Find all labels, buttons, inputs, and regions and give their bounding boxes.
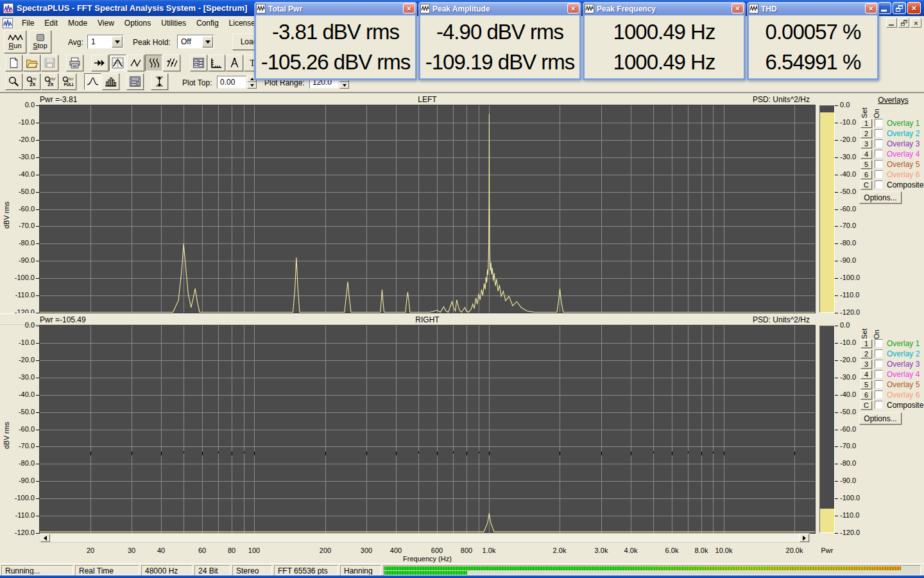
meter-window-title: THD	[761, 4, 777, 13]
zoom-out-full-button[interactable]: OUTFULL	[59, 73, 76, 90]
meter-value-right: 6.54991 %	[749, 47, 877, 77]
overlay-set-button-2[interactable]: 2	[860, 129, 872, 138]
waterfall-display-button[interactable]	[145, 55, 162, 71]
close-icon[interactable]: ×	[403, 3, 415, 13]
overlay-on-checkbox-1[interactable]	[875, 339, 883, 347]
mdi-minimize-button[interactable]	[886, 18, 897, 28]
plot-top-input[interactable]: 0.00	[217, 76, 246, 89]
meter-window-titlebar[interactable]: Peak Frequency×	[583, 2, 746, 15]
power-bar-tick-label: -60.0	[840, 425, 856, 433]
overlay-on-checkbox-6[interactable]	[875, 390, 883, 399]
overlay-on-checkbox-5[interactable]	[875, 160, 883, 168]
signal-generator-button[interactable]	[91, 55, 108, 71]
spectrum-plot-left[interactable]	[40, 105, 815, 313]
chevron-down-icon[interactable]	[112, 36, 123, 48]
close-icon[interactable]: ×	[865, 3, 877, 13]
overlay-set-button-6[interactable]: 6	[860, 390, 872, 399]
menu-item-utilities[interactable]: Utilities	[156, 17, 191, 29]
power-bar-tick-label: -110.0	[840, 291, 859, 299]
overlay-set-button-6[interactable]: 6	[860, 170, 872, 179]
close-icon[interactable]: ×	[567, 3, 579, 13]
menu-item-config[interactable]: Config	[191, 17, 224, 29]
close-icon[interactable]: ×	[732, 3, 744, 13]
meter-value-right: -109.19 dBV rms	[420, 47, 579, 77]
overlay-options-button[interactable]: Options...	[859, 191, 902, 204]
spectrum-document-icon	[3, 18, 13, 28]
open-file-button[interactable]	[23, 55, 40, 71]
zoom-in-2x-button[interactable]: IN2X	[23, 73, 40, 90]
signal-generator-icon	[94, 57, 106, 69]
overlay-set-button-1[interactable]: 1	[860, 339, 872, 348]
minimize-button[interactable]	[878, 2, 891, 14]
peak-hold-select[interactable]: Off	[177, 35, 214, 49]
save-file-button[interactable]	[41, 55, 58, 71]
peak-hold-label: Peak Hold:	[133, 38, 171, 47]
avg-select[interactable]: 1	[87, 35, 124, 49]
overlay-set-button-4[interactable]: 4	[860, 370, 872, 379]
spinner-down-icon	[339, 82, 349, 89]
overlay-set-button-3[interactable]: 3	[860, 360, 872, 369]
menu-item-edit[interactable]: Edit	[39, 17, 63, 29]
svg-text:2X: 2X	[30, 82, 35, 87]
overlay-set-button-c[interactable]: C	[860, 180, 872, 189]
overlay-set-button-5[interactable]: 5	[860, 160, 872, 169]
scroll-left-arrow[interactable]	[40, 534, 50, 542]
calibration-button[interactable]	[226, 55, 243, 71]
overlay-set-button-c[interactable]: C	[860, 401, 872, 410]
overlay-on-header: On	[873, 322, 880, 339]
meter-window-titlebar[interactable]: Peak Amplitude×	[418, 2, 581, 15]
overlay-set-button-3[interactable]: 3	[860, 139, 872, 148]
control-panel-button[interactable]	[126, 73, 144, 90]
spectrum-plot-right[interactable]	[40, 326, 815, 533]
y-axis-tick-label: -30.0	[0, 373, 35, 381]
overlay-options-button[interactable]: Options...	[859, 412, 902, 425]
close-button[interactable]: ×	[907, 2, 921, 14]
ruler-button[interactable]	[208, 55, 225, 71]
overlay-on-checkbox-c[interactable]	[875, 180, 883, 189]
mdi-restore-button[interactable]	[898, 18, 909, 28]
overlay-set-button-4[interactable]: 4	[860, 150, 872, 159]
scroll-right-arrow[interactable]	[800, 534, 809, 542]
overlay-on-checkbox-2[interactable]	[875, 129, 883, 137]
zoom-button[interactable]	[5, 73, 22, 90]
mdi-close-button[interactable]: ×	[911, 18, 921, 28]
chevron-down-icon[interactable]	[202, 36, 213, 48]
overlay-on-checkbox-4[interactable]	[875, 370, 883, 378]
run-button[interactable]: Run	[4, 30, 26, 53]
time-series-button[interactable]	[127, 55, 144, 71]
y-axis-tick-label: 0.0	[0, 101, 35, 109]
overlay-on-checkbox-6[interactable]	[875, 170, 883, 179]
menu-item-mode[interactable]: Mode	[63, 17, 92, 29]
spectrum-display-button[interactable]	[109, 55, 126, 71]
overlay-on-checkbox-5[interactable]	[875, 380, 883, 389]
overlay-set-button-1[interactable]: 1	[860, 119, 872, 128]
run-waveform-icon	[8, 34, 23, 41]
meter-window-titlebar[interactable]: THD×	[747, 2, 879, 15]
print-button[interactable]	[66, 55, 83, 71]
overlay-set-button-2[interactable]: 2	[860, 349, 872, 358]
stop-button[interactable]: Stop	[29, 30, 51, 53]
line-plot-button[interactable]	[84, 73, 101, 90]
power-bar-tick-label: -110.0	[840, 511, 859, 519]
window-controls: ×	[877, 2, 921, 14]
phase-display-button[interactable]	[163, 55, 180, 71]
menu-item-file[interactable]: File	[17, 17, 39, 29]
vertical-scale-button[interactable]	[151, 73, 168, 90]
frequency-scrollbar[interactable]	[40, 533, 810, 543]
bar-plot-button[interactable]	[102, 73, 119, 90]
x-axis-ticks	[40, 451, 815, 456]
zoom-out-2x-button[interactable]: OUT2X	[41, 73, 58, 90]
overlay-on-checkbox-2[interactable]	[875, 349, 883, 358]
mixer-panel-button[interactable]	[190, 55, 207, 71]
overlay-on-checkbox-3[interactable]	[875, 139, 883, 148]
overlay-set-button-5[interactable]: 5	[860, 380, 872, 389]
menu-item-options[interactable]: Options	[119, 17, 156, 29]
overlay-on-checkbox-c[interactable]	[875, 401, 883, 409]
restore-button[interactable]	[893, 2, 906, 14]
meter-window-titlebar[interactable]: Total Pwr×	[254, 2, 417, 15]
overlay-on-checkbox-3[interactable]	[875, 360, 883, 368]
overlay-on-checkbox-1[interactable]	[875, 119, 883, 127]
menu-item-view[interactable]: View	[92, 17, 119, 29]
new-document-button[interactable]	[5, 55, 22, 71]
overlay-on-checkbox-4[interactable]	[875, 150, 883, 158]
